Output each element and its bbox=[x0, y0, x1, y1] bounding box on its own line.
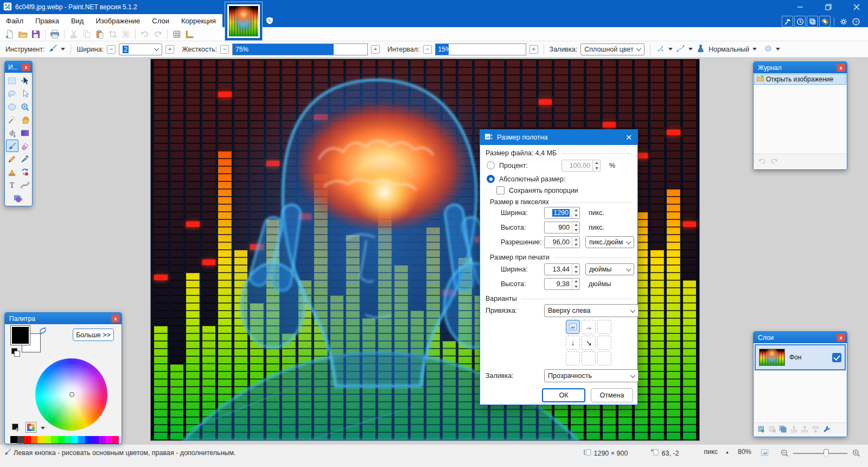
layer-properties-icon[interactable] bbox=[822, 425, 831, 436]
percent-spinbox[interactable]: 100,00 bbox=[561, 160, 601, 172]
deselect-icon[interactable] bbox=[119, 28, 132, 41]
color-swatch[interactable] bbox=[10, 436, 17, 443]
rect-select-tool[interactable] bbox=[6, 74, 18, 87]
color-swatch[interactable] bbox=[72, 436, 79, 443]
units-value[interactable]: пикс bbox=[704, 448, 718, 456]
color-swatch[interactable] bbox=[105, 443, 112, 445]
merge-down-icon[interactable] bbox=[789, 425, 799, 436]
width-plus-button[interactable]: + bbox=[165, 45, 174, 54]
move-layer-down-icon[interactable] bbox=[811, 425, 820, 436]
gradient-tool[interactable] bbox=[19, 127, 31, 139]
restore-button[interactable] bbox=[821, 2, 835, 12]
palette-manager-dropdown-arrow[interactable] bbox=[41, 427, 45, 430]
save-icon[interactable] bbox=[29, 28, 42, 41]
zoom-tool[interactable] bbox=[19, 100, 31, 113]
anchor-cell[interactable] bbox=[582, 351, 596, 365]
fill-style-combobox[interactable]: Сплошной цвет bbox=[580, 43, 644, 55]
anchor-combobox[interactable]: Вверху слева bbox=[544, 304, 639, 317]
menu-item[interactable]: Правка bbox=[29, 15, 65, 27]
redo-icon[interactable] bbox=[151, 28, 164, 41]
anchor-cell[interactable] bbox=[597, 336, 611, 350]
anchor-cell-arrow-right[interactable]: → bbox=[582, 320, 596, 334]
color-swatch[interactable] bbox=[65, 436, 72, 443]
absolute-size-radio[interactable] bbox=[487, 175, 495, 183]
color-swatch[interactable] bbox=[24, 436, 31, 443]
smoothing-dropdown-arrow[interactable] bbox=[688, 48, 693, 51]
color-swatch[interactable] bbox=[72, 443, 79, 445]
menu-item[interactable]: Слои bbox=[146, 15, 175, 27]
cancel-button[interactable]: Отмена bbox=[591, 388, 633, 402]
color-swatch[interactable] bbox=[17, 436, 24, 443]
pixel-width-spinbox[interactable]: 1290 bbox=[544, 207, 580, 219]
blend-mode-dropdown-arrow[interactable] bbox=[752, 48, 757, 51]
width-minus-button[interactable]: − bbox=[107, 45, 116, 54]
delete-layer-icon[interactable] bbox=[768, 425, 777, 436]
color-swatch[interactable] bbox=[58, 443, 65, 445]
line-curve-tool[interactable] bbox=[19, 179, 31, 191]
resolution-spinbox[interactable]: 96,00 bbox=[544, 236, 580, 248]
anchor-cell[interactable] bbox=[597, 351, 611, 365]
ruler-icon[interactable] bbox=[183, 28, 196, 41]
selection-clipping-icon[interactable] bbox=[763, 44, 773, 55]
colors-window-toggle-icon[interactable] bbox=[819, 16, 831, 27]
menu-item[interactable]: Изображение bbox=[90, 15, 146, 27]
tool-dropdown-arrow[interactable] bbox=[61, 48, 65, 51]
color-swatch[interactable] bbox=[112, 443, 119, 445]
units-dropdown-caret[interactable]: ▲ bbox=[725, 450, 729, 454]
color-swatch[interactable] bbox=[58, 436, 65, 443]
color-swatch[interactable] bbox=[51, 436, 58, 443]
keep-aspect-checkbox[interactable] bbox=[496, 186, 505, 194]
move-layer-up-icon[interactable] bbox=[800, 425, 809, 436]
anchor-cell[interactable] bbox=[597, 320, 611, 334]
antialiasing-dropdown-arrow[interactable] bbox=[668, 48, 673, 51]
shapes-tool[interactable] bbox=[12, 192, 25, 204]
hardness-minus-button[interactable]: − bbox=[220, 45, 229, 54]
print-height-spinbox[interactable]: 9,38 bbox=[544, 278, 580, 290]
menu-item[interactable]: Вид bbox=[65, 15, 90, 27]
anchor-cell-image[interactable] bbox=[566, 320, 580, 334]
print-width-unit-combobox[interactable]: дюймы bbox=[585, 263, 634, 275]
color-swatch[interactable] bbox=[24, 443, 31, 445]
layer-row[interactable]: Фон bbox=[755, 344, 846, 370]
history-redo-icon[interactable] bbox=[770, 157, 778, 167]
paintbrush-tool[interactable] bbox=[6, 140, 18, 152]
color-swatch[interactable] bbox=[105, 436, 112, 443]
anchor-cell[interactable] bbox=[566, 351, 580, 365]
color-swatch[interactable] bbox=[44, 436, 52, 443]
layers-window-toggle-icon[interactable] bbox=[807, 16, 818, 27]
help-icon[interactable]: ? bbox=[850, 16, 861, 27]
add-color-icon[interactable] bbox=[11, 423, 21, 434]
grid-icon[interactable] bbox=[170, 28, 183, 41]
image-tab[interactable] bbox=[225, 2, 263, 41]
crop-icon[interactable] bbox=[106, 28, 119, 41]
blend-mode-value[interactable]: Нормальный bbox=[709, 46, 749, 53]
color-swatch[interactable] bbox=[99, 443, 106, 445]
zoom-slider-thumb[interactable] bbox=[824, 449, 829, 457]
color-swatch[interactable] bbox=[99, 436, 106, 443]
color-swatch[interactable] bbox=[92, 443, 99, 445]
print-icon[interactable] bbox=[48, 28, 61, 41]
layers-window-close-icon[interactable]: x bbox=[837, 333, 845, 342]
zoom-out-icon[interactable] bbox=[780, 449, 789, 459]
history-undo-icon[interactable] bbox=[758, 157, 767, 167]
duplicate-layer-icon[interactable] bbox=[778, 425, 788, 436]
color-swatch[interactable] bbox=[85, 436, 92, 443]
width-combobox[interactable]: 2 bbox=[119, 43, 162, 55]
history-window-close-icon[interactable]: x bbox=[837, 64, 845, 72]
text-tool[interactable]: T bbox=[6, 179, 18, 191]
pencil-tool[interactable] bbox=[6, 153, 18, 165]
smoothing-mode-icon[interactable] bbox=[676, 44, 685, 55]
anchor-cell-arrow-down-right[interactable]: ↘ bbox=[582, 336, 596, 350]
anchor-cell-arrow-down[interactable]: ↓ bbox=[566, 336, 580, 350]
tools-window-toggle-icon[interactable] bbox=[782, 16, 793, 27]
add-layer-icon[interactable] bbox=[757, 425, 766, 436]
antialiasing-icon[interactable] bbox=[656, 44, 665, 55]
zoom-in-icon[interactable] bbox=[852, 449, 860, 459]
color-swatch[interactable] bbox=[85, 443, 92, 445]
move-selected-pixels-tool[interactable] bbox=[19, 74, 31, 87]
paste-icon[interactable] bbox=[93, 28, 106, 41]
percent-radio[interactable] bbox=[487, 161, 495, 169]
color-picker-tool[interactable] bbox=[19, 153, 31, 165]
resolution-unit-combobox[interactable]: пикс./дюйм bbox=[585, 236, 634, 248]
clone-stamp-tool[interactable] bbox=[6, 166, 18, 178]
